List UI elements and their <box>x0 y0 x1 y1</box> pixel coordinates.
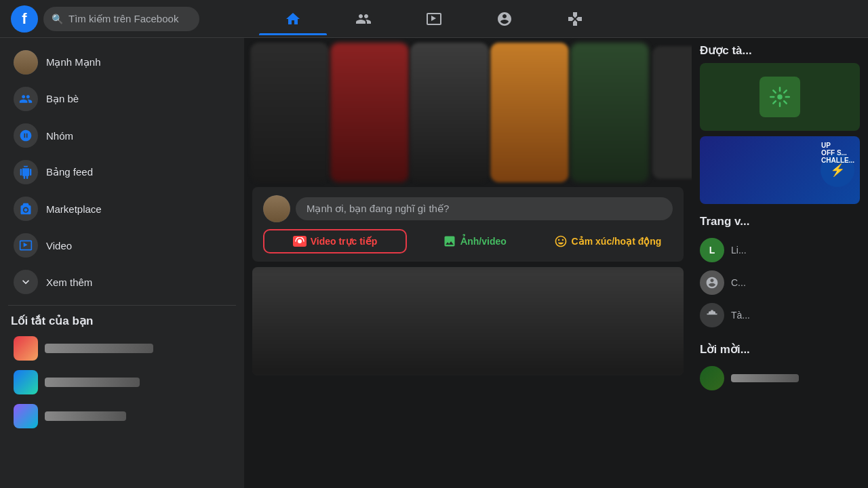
photo-video-button[interactable]: Ảnh/video <box>410 229 540 253</box>
sidebar-friends-label: Bạn bè <box>46 93 79 105</box>
groups-icon <box>14 123 38 148</box>
shortcut-1[interactable] <box>5 332 239 365</box>
friend-requests-section: Lời mời... <box>700 342 860 394</box>
topnav-center <box>259 3 609 35</box>
page-item-T[interactable]: Tà... <box>700 299 860 331</box>
photo-button-label: Ảnh/video <box>460 236 507 247</box>
feeling-button[interactable]: Cảm xúc/hoạt động <box>542 229 673 253</box>
post-input[interactable]: Mạnh ơi, bạn đang nghĩ gì thế? <box>296 197 673 220</box>
page-circle-C <box>700 270 724 295</box>
nav-friends-button[interactable] <box>330 3 397 35</box>
story-card-2[interactable] <box>330 43 409 182</box>
page-item-C[interactable]: C... <box>700 266 860 299</box>
live-button-label: Video trực tiếp <box>311 236 378 247</box>
shortcut-thumb-1 <box>14 336 38 361</box>
post-actions: Video trực tiếp Ảnh/video Cảm xúc/hoạt đ… <box>263 229 673 253</box>
page-circle-L: L <box>700 238 724 262</box>
nav-dating-button[interactable] <box>471 3 538 35</box>
friend-request-name <box>731 374 799 382</box>
friend-request-avatar <box>700 366 724 390</box>
search-icon: 🔍 <box>52 14 63 24</box>
shortcut-thumb-3 <box>14 404 38 428</box>
svg-point-0 <box>298 239 302 243</box>
topnav-left: f 🔍 <box>11 5 199 33</box>
user-name: Mạnh Mạnh <box>46 56 101 68</box>
live-video-button[interactable]: Video trực tiếp <box>263 229 407 253</box>
shortcut-thumb-2 <box>14 370 38 394</box>
more-icon <box>14 270 38 294</box>
user-avatar <box>14 50 38 75</box>
story-card-1[interactable] <box>250 43 329 182</box>
pages-title: Trang v... <box>700 215 860 228</box>
sidebar-feed-label: Bảng feed <box>46 166 93 178</box>
friend-request-item[interactable] <box>700 362 860 394</box>
story-card-4[interactable] <box>490 43 569 182</box>
shortcut-2-label <box>45 378 140 387</box>
sidebar-item-marketplace[interactable]: Marketplace <box>5 191 239 226</box>
page-name-T: Tà... <box>731 310 750 321</box>
live-video-icon <box>293 236 307 247</box>
feeling-button-label: Cảm xúc/hoạt động <box>572 236 662 247</box>
shortcut-3[interactable] <box>5 400 239 432</box>
sidebar-item-user[interactable]: Mạnh Mạnh <box>5 45 239 80</box>
left-sidebar: Mạnh Mạnh Bạn bè Nhóm Bảng feed <box>0 38 244 488</box>
sidebar-item-more[interactable]: Xem thêm <box>5 264 239 300</box>
page-name-C: C... <box>731 277 746 288</box>
shortcuts-title: Lối tắt của bạn <box>0 311 244 331</box>
stories-row <box>244 38 692 187</box>
shortcut-2[interactable] <box>5 366 239 399</box>
sidebar-item-groups[interactable]: Nhóm <box>5 118 239 153</box>
sidebar-marketplace-label: Marketplace <box>46 203 102 215</box>
sidebar-item-friends[interactable]: Bạn bè <box>5 81 239 117</box>
shortcut-3-label <box>45 411 126 421</box>
sidebar-divider <box>8 305 236 306</box>
story-card-6[interactable] <box>652 46 692 179</box>
sidebar-item-feed[interactable]: Bảng feed <box>5 155 239 190</box>
sidebar-groups-label: Nhóm <box>46 130 73 142</box>
search-input[interactable] <box>68 13 191 24</box>
sidebar-item-video[interactable]: Video <box>5 228 239 263</box>
video-icon <box>14 233 38 258</box>
sponsored-title: Được tà... <box>700 43 860 58</box>
nav-home-button[interactable] <box>259 3 327 35</box>
nav-gaming-button[interactable] <box>541 3 609 35</box>
main-feed: Mạnh ơi, bạn đang nghĩ gì thế? Video trự… <box>244 38 692 488</box>
page-name-L: Li... <box>731 245 747 256</box>
pages-section: Trang v... L Li... C... Tà... <box>700 215 860 331</box>
requests-title: Lời mời... <box>700 342 860 357</box>
sponsored-card-1[interactable] <box>700 63 860 131</box>
main-layout: Mạnh Mạnh Bạn bè Nhóm Bảng feed <box>0 0 868 488</box>
nav-watch-button[interactable] <box>400 3 468 35</box>
post-creation-box: Mạnh ơi, bạn đang nghĩ gì thế? Video trự… <box>252 187 684 262</box>
sponsored-card-2-text: UPOFF S...CHALLE... <box>821 142 854 164</box>
sidebar-more-label: Xem thêm <box>46 277 92 288</box>
post-user-avatar <box>263 195 290 222</box>
post-box-top: Mạnh ơi, bạn đang nghĩ gì thế? <box>263 195 673 222</box>
marketplace-icon <box>14 197 38 221</box>
facebook-logo[interactable]: f <box>11 5 38 33</box>
page-item-L[interactable]: L Li... <box>700 234 860 266</box>
shortcut-1-label <box>45 344 153 353</box>
news-post-card <box>252 267 684 375</box>
friends-icon <box>14 87 38 111</box>
sponsored-card-2[interactable]: UPOFF S...CHALLE... ⚡ <box>700 136 860 204</box>
stories-container <box>244 38 692 187</box>
feed-icon <box>14 160 38 184</box>
story-card-5[interactable] <box>570 43 649 182</box>
right-panel: Được tà... UPOFF S...CHALLE... ⚡ Trang v… <box>692 38 868 488</box>
sidebar-video-label: Video <box>46 240 72 251</box>
story-card-3[interactable] <box>410 43 489 182</box>
page-circle-T <box>700 303 724 327</box>
svg-point-1 <box>777 94 783 100</box>
search-bar[interactable]: 🔍 <box>43 7 199 31</box>
top-navigation: f 🔍 <box>0 0 868 38</box>
news-post-image <box>252 267 684 375</box>
